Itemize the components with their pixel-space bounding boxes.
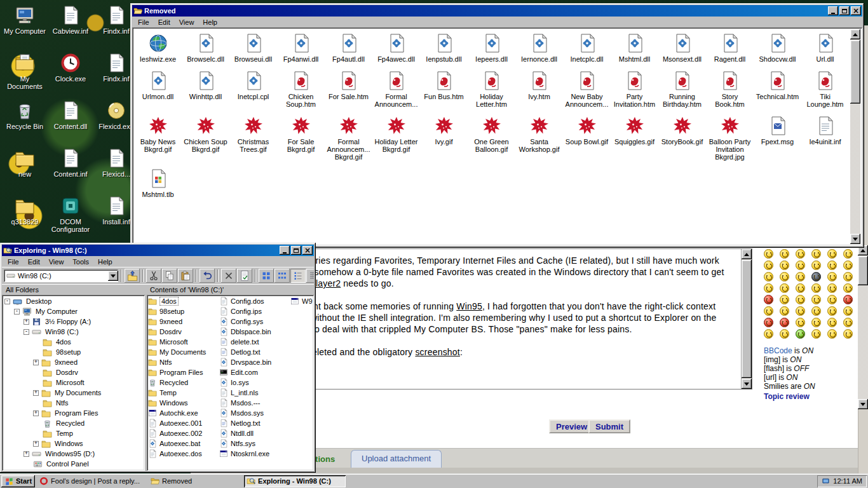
file-item[interactable]: Ivy.htm xyxy=(515,71,563,108)
tab-upload-attachment[interactable]: Upload attachment xyxy=(351,450,442,468)
content-item[interactable]: Ntdll.dll xyxy=(219,428,290,438)
tree-expand-toggle[interactable]: + xyxy=(33,441,39,447)
file-item[interactable]: Chicken Soup.htm xyxy=(277,71,325,108)
tree-item[interactable]: 98setup xyxy=(3,347,144,357)
tree-item[interactable]: Recycled xyxy=(3,418,144,428)
menu-help[interactable]: Help xyxy=(93,257,117,267)
smiley-icon[interactable] xyxy=(843,318,853,327)
content-item[interactable]: Autochk.exe xyxy=(148,408,219,418)
taskbar-task[interactable]: Fool's design | Post a reply... xyxy=(37,475,146,487)
menu-help[interactable]: Help xyxy=(198,17,222,27)
tree-item[interactable]: +Windows95 (D:) xyxy=(3,449,144,459)
removed-titlebar[interactable]: Removed × xyxy=(132,5,862,17)
file-item[interactable]: Technical.htm xyxy=(754,71,801,108)
file-item[interactable]: Shdocvw.dll xyxy=(754,33,801,63)
content-item[interactable]: Microsoft xyxy=(148,337,219,347)
file-item[interactable]: For Sale Bkgrd.gif xyxy=(277,116,325,161)
content-item[interactable]: W9 xyxy=(290,296,314,306)
tree-item[interactable]: +3½ Floppy (A:) xyxy=(3,316,144,327)
menu-view[interactable]: View xyxy=(44,257,69,267)
file-item[interactable]: Holiday Letter.htm xyxy=(468,71,515,108)
file-item[interactable]: Fpext.msg xyxy=(754,116,801,161)
smiley-icon[interactable] xyxy=(827,318,837,327)
content-item[interactable]: delete.txt xyxy=(219,337,290,347)
smiley-icon[interactable] xyxy=(764,295,773,304)
smiley-icon[interactable] xyxy=(811,329,821,339)
desktop-icon[interactable]: Clock.exe xyxy=(48,53,93,83)
file-item[interactable]: Holiday Letter Bkgrd.gif xyxy=(372,116,420,161)
smiley-icon[interactable] xyxy=(796,318,805,327)
file-item[interactable]: Baby News Bkgrd.gif xyxy=(134,116,182,161)
smiley-icon[interactable] xyxy=(843,306,853,316)
file-item[interactable]: Urlmon.dll xyxy=(134,71,182,108)
copy-button[interactable] xyxy=(162,269,177,283)
address-combo[interactable]: Win98 (C:) xyxy=(4,269,118,282)
smiley-icon[interactable] xyxy=(811,306,821,316)
smiley-icon[interactable] xyxy=(827,283,837,293)
smiley-icon[interactable] xyxy=(796,272,805,281)
content-item[interactable]: 4dos xyxy=(148,296,219,306)
file-item[interactable]: Story Book.htm xyxy=(706,71,754,108)
up-one-level-button[interactable] xyxy=(125,269,140,283)
small-icons-view-button[interactable] xyxy=(275,269,290,283)
taskbar-task[interactable]: Exploring - Win98 (C:) xyxy=(244,475,346,487)
file-item[interactable]: Chicken Soup Bkgrd.gif xyxy=(182,116,229,161)
file-item[interactable]: StoryBook.gif xyxy=(658,116,706,161)
file-item[interactable]: Ragent.dll xyxy=(706,33,754,63)
content-item[interactable]: Config.sys xyxy=(219,316,290,327)
smiley-icon[interactable] xyxy=(796,306,805,316)
scroll-thumb[interactable] xyxy=(742,260,752,378)
maximize-button[interactable] xyxy=(839,6,850,15)
scroll-up-button[interactable] xyxy=(850,29,860,39)
smiley-icon[interactable] xyxy=(811,249,821,259)
content-item[interactable]: Config.ips xyxy=(219,306,290,316)
smiley-icon[interactable] xyxy=(796,329,805,339)
tree-item[interactable]: Microsoft xyxy=(3,377,144,388)
paste-button[interactable] xyxy=(178,269,193,283)
tree-expand-toggle[interactable]: + xyxy=(33,390,39,396)
tree-expand-toggle[interactable]: + xyxy=(33,410,39,416)
file-item[interactable]: Soup Bowl.gif xyxy=(563,116,611,161)
removed-scrollbar[interactable] xyxy=(850,29,860,244)
smiley-icon[interactable] xyxy=(764,261,773,270)
desktop-icon[interactable]: Content.dll xyxy=(48,100,93,130)
smiley-icon[interactable] xyxy=(827,249,837,259)
smiley-icon[interactable] xyxy=(843,249,853,259)
content-item[interactable]: Temp xyxy=(148,388,219,398)
tree-item[interactable]: +9xneed xyxy=(3,357,144,367)
combo-dropdown-button[interactable] xyxy=(108,271,118,281)
file-item[interactable]: Inetcpl.cpl xyxy=(229,71,277,108)
smiley-icon[interactable] xyxy=(827,306,837,316)
content-item[interactable]: 98setup xyxy=(148,306,219,316)
scroll-down-button[interactable] xyxy=(742,379,752,389)
file-item[interactable]: Inetcplc.dll xyxy=(563,33,611,63)
menu-file[interactable]: File xyxy=(3,257,24,267)
file-item[interactable]: Ie4uinit.inf xyxy=(801,116,849,161)
close-button[interactable]: × xyxy=(302,246,313,255)
file-item[interactable]: Url.dll xyxy=(801,33,849,63)
menu-file[interactable]: File xyxy=(133,17,154,27)
content-item[interactable]: Windows xyxy=(148,398,219,408)
smiley-icon[interactable] xyxy=(764,318,773,327)
menu-view[interactable]: View xyxy=(175,17,199,27)
smiley-icon[interactable] xyxy=(764,306,773,316)
content-item[interactable]: 9xneed xyxy=(148,316,219,327)
file-item[interactable]: Running Birthday.htm xyxy=(658,71,706,108)
smiley-icon[interactable] xyxy=(843,283,853,293)
tree-item[interactable]: 4dos xyxy=(3,337,144,347)
content-item[interactable]: Program Files xyxy=(148,367,219,377)
file-item[interactable]: Fp4autl.dll xyxy=(325,33,372,63)
file-item[interactable]: For Sale.htm xyxy=(325,71,372,108)
content-item[interactable]: Detlog.txt xyxy=(219,347,290,357)
smiley-icon[interactable] xyxy=(780,306,789,316)
desktop-icon[interactable]: Content.inf xyxy=(48,148,93,178)
tree-item[interactable]: -Win98 (C:) xyxy=(3,327,144,337)
content-item[interactable]: Autoexec.002 xyxy=(148,428,219,438)
content-item[interactable]: Ntoskrnl.exe xyxy=(219,449,290,459)
content-item[interactable]: Recycled xyxy=(148,377,219,388)
tree-item[interactable]: Ntfs xyxy=(3,398,144,408)
tree-expand-toggle[interactable]: - xyxy=(24,329,29,335)
content-item[interactable]: Dblspace.bin xyxy=(219,327,290,337)
content-item[interactable]: Netlog.txt xyxy=(219,418,290,428)
maximize-button[interactable] xyxy=(291,246,301,255)
